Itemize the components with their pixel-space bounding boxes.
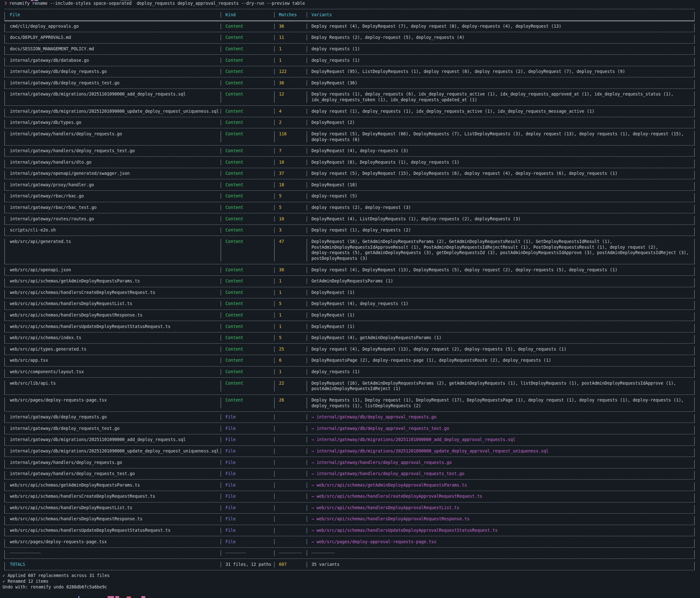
variants-cell: → web/src/api/schemas/handlersDeployAppr… xyxy=(307,516,694,522)
file-cell: web/src/api/schemas/handlersDeployReques… xyxy=(5,301,221,307)
table-row: web/src/api/schemas/handlersDeployReques… xyxy=(4,313,695,321)
file-cell: web/src/api/openapi.json xyxy=(5,267,221,273)
variants-cell: → web/src/api/schemas/handlersUpdateDepl… xyxy=(307,528,694,533)
file-cell: docs/DEPLOY_APPROVALS.md xyxy=(5,35,221,41)
kind-cell: File xyxy=(221,437,274,443)
kind-value: File xyxy=(225,460,236,465)
file-cell: docs/SESSION_MANAGEMENT_POLICY.md xyxy=(5,46,221,52)
kind-cell: Content xyxy=(221,227,274,233)
table-row: web/src/pages/deploy-requests-page.tsxCo… xyxy=(4,397,695,412)
file-cell: web/src/api/schemas/handlersDeployReques… xyxy=(5,313,221,318)
table-row: internal/gateway/db/deploy_requests.goCo… xyxy=(4,69,695,77)
matches-value: 1 xyxy=(279,313,281,318)
variants-cell: Deploy request (5), DeployRequest (15), … xyxy=(307,171,694,176)
kind-value: Content xyxy=(225,80,243,85)
variants-cell: DeployRequest (18), GetAdminDeployReques… xyxy=(307,239,694,261)
rename-target: → internal/gateway/db/deploy_approval_re… xyxy=(311,415,436,419)
variants-cell: Deploy request (4), DeployRequest (7), d… xyxy=(307,24,694,29)
matches-cell xyxy=(274,437,307,443)
matches-value: 26 xyxy=(279,398,284,402)
kind-cell: Content xyxy=(221,131,274,143)
kind-value: Content xyxy=(225,228,243,232)
rename-target: → internal/gateway/db/migrations/2025120… xyxy=(311,449,549,453)
kind-value: Content xyxy=(225,279,243,283)
variants-line: DeployRequest (16), GetAdminDeployReques… xyxy=(311,380,694,386)
variants-line: DeployRequest (1) xyxy=(311,313,694,318)
variants-line: Deploy Requests (1), Deploy request (1),… xyxy=(311,397,694,403)
table-row: internal/gateway/db/deploy_requests_test… xyxy=(4,426,695,434)
matches-cell: 10 xyxy=(274,159,307,165)
matches-value: 25 xyxy=(279,347,284,352)
next-prompt-remnant xyxy=(127,596,131,598)
table-row: internal/gateway/proxy/handler.goContent… xyxy=(4,182,695,191)
variants-cell: ───────── xyxy=(307,550,694,556)
matches-cell: 11 xyxy=(274,35,307,41)
kind-value: Content xyxy=(225,120,243,125)
variants-cell: → internal/gateway/handlers/deploy_appro… xyxy=(307,460,694,466)
matches-value: 1 xyxy=(279,324,281,329)
file-cell: internal/gateway/db/types.go xyxy=(5,120,221,125)
kind-value: Content xyxy=(225,324,243,329)
matches-cell: 5 xyxy=(274,193,307,199)
variants-cell: DeployRequest (4), getAdminDeployRequest… xyxy=(307,335,694,341)
header-kind: Kind xyxy=(221,12,274,18)
matches-cell: 37 xyxy=(274,171,307,176)
matches-cell xyxy=(274,494,307,499)
command-line: renamify rename --include-styles space-s… xyxy=(0,0,700,6)
rename-target: → web/src/api/schemas/handlersDeployAppr… xyxy=(311,505,459,510)
variants-cell: → internal/gateway/handlers/deploy_appro… xyxy=(307,471,694,477)
file-cell: web/src/api/schemas/getAdminDeployReques… xyxy=(5,482,221,488)
previous-prompt-remnant xyxy=(120,0,132,1)
rename-target: → web/src/api/schemas/handlersDeployAppr… xyxy=(311,517,470,521)
variants-line: GetAdminDeployRequestsParams (1) xyxy=(311,278,694,284)
matches-cell: 10 xyxy=(274,216,307,222)
kind-value: File xyxy=(225,449,236,453)
matches-cell: 5 xyxy=(274,301,307,307)
variants-line: Deploy requests (1), deploy_requests (6)… xyxy=(311,91,694,97)
kind-value: Content xyxy=(225,182,243,187)
spacer-row: ──────────── ──────── ───────── ────────… xyxy=(4,550,695,559)
variants-line: PostAdminDeployRequestsIdApproveResult (… xyxy=(311,245,694,250)
table-row: internal/gateway/openapi/generated/swagg… xyxy=(4,171,695,179)
kind-cell: Content xyxy=(221,182,274,188)
matches-value: 18 xyxy=(279,182,284,187)
kind-value: Content xyxy=(225,69,243,74)
kind-value: Content xyxy=(225,171,243,176)
kind-value: Content xyxy=(225,92,243,97)
file-cell: internal/gateway/db/migrations/202511010… xyxy=(5,437,221,443)
kind-value: File xyxy=(225,505,236,510)
variants-cell: DeployRequest (4), deploy-requests (3) xyxy=(307,148,694,154)
table-row: docs/SESSION_MANAGEMENT_POLICY.mdContent… xyxy=(4,46,695,55)
variants-line: DeployRequest (1) xyxy=(311,290,694,296)
file-cell: web/src/api/schemas/handlersDeployReques… xyxy=(5,505,221,511)
kind-cell: Content xyxy=(221,301,274,307)
file-cell: web/src/api/schemas/handlersCreateDeploy… xyxy=(5,494,221,499)
variants-cell: deploy requests (2), deploy-request (3) xyxy=(307,205,694,210)
variants-line: DeployRequest (4), getAdminDeployRequest… xyxy=(311,335,694,341)
variants-cell: DeployRequest (4), ListDeployRequests (1… xyxy=(307,216,694,222)
table-header-row: File Kind Matches Variants xyxy=(4,12,695,21)
matches-cell: 47 xyxy=(274,239,307,261)
file-cell: web/src/pages/deploy-requests-page.tsx xyxy=(5,539,221,545)
kind-value: File xyxy=(225,426,236,431)
header-variants: Variants xyxy=(307,12,694,18)
variants-cell: → web/src/api/schemas/handlersCreateDepl… xyxy=(307,494,694,499)
matches-value: 1 xyxy=(279,369,281,374)
file-cell: web/src/api/types.generated.ts xyxy=(5,346,221,352)
matches-cell: 1 xyxy=(274,324,307,329)
kind-value: Content xyxy=(225,381,243,385)
table-row: web/src/api/schemas/index.tsContent5Depl… xyxy=(4,335,695,344)
kind-cell: Content xyxy=(221,324,274,329)
totals-row: TOTALS 31 files, 12 paths 607 35 variant… xyxy=(4,562,695,570)
kind-cell: Content xyxy=(221,120,274,125)
table-row: web/src/api/schemas/getAdminDeployReques… xyxy=(4,482,695,491)
kind-cell: File xyxy=(221,494,274,499)
variants-cell: deploy requests (1) xyxy=(307,46,694,52)
variants-cell: Deploy Requests (1), Deploy request (1),… xyxy=(307,397,694,409)
header-file: File xyxy=(5,12,221,18)
terminal-screen: renamify rename --include-styles space-s… xyxy=(0,0,700,598)
matches-cell: 36 xyxy=(274,24,307,29)
kind-cell: Content xyxy=(221,205,274,210)
file-cell: web/src/api/schemas/handlersUpdateDeploy… xyxy=(5,324,221,329)
table-row: scripts/cli-e2e.shContent3Deploy request… xyxy=(4,227,695,236)
